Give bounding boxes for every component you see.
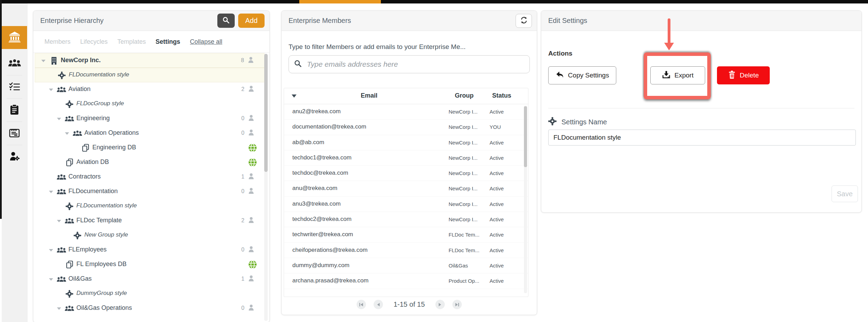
tree-item[interactable]: New Group style xyxy=(35,228,265,243)
settings-header: Edit Settings xyxy=(541,11,861,31)
column-header-group[interactable]: Group xyxy=(449,92,480,99)
first-page-button[interactable] xyxy=(357,300,366,309)
tab-settings[interactable]: Settings xyxy=(156,38,180,46)
table-row[interactable]: cheifoperations@trekea.comFLDoc Tem...Ac… xyxy=(284,243,528,258)
members-scrollbar-thumb[interactable] xyxy=(524,106,527,167)
sidebar-item-lifecycles[interactable] xyxy=(2,77,27,97)
caret-down-icon[interactable] xyxy=(41,60,45,62)
table-row[interactable]: techwriter@trekea.comFLDoc Tem...Active xyxy=(284,227,528,242)
hierarchy-scrollbar-thumb[interactable] xyxy=(264,54,268,172)
sidebar-item-enterprise[interactable] xyxy=(2,26,27,49)
member-count: 0 xyxy=(241,305,244,311)
caret-down-icon[interactable] xyxy=(57,118,61,120)
delete-button[interactable]: Delete xyxy=(717,66,770,84)
sidebar-item-members[interactable] xyxy=(2,54,27,73)
search-button[interactable] xyxy=(217,14,235,28)
caret-down-icon[interactable] xyxy=(49,191,53,193)
caret-down-icon[interactable] xyxy=(49,249,53,251)
table-row[interactable]: techdoc2@trekea.comNewCorp I...Active xyxy=(284,212,528,227)
settings-name-input[interactable] xyxy=(548,130,856,146)
member-status: Active xyxy=(490,263,504,269)
tree-item[interactable]: DummyGroup style xyxy=(35,287,265,301)
tree-item[interactable]: Aviation DB xyxy=(35,155,265,170)
person-icon xyxy=(248,57,254,65)
column-header-email[interactable]: Email xyxy=(336,92,402,99)
table-row[interactable]: anu2@trekea.comNewCorp I...Active xyxy=(284,104,528,119)
refresh-button[interactable] xyxy=(516,14,532,28)
table-row[interactable]: documentation@trekea.comNewCorp I...YOU xyxy=(284,119,528,135)
tree-item[interactable]: FL Employees DB xyxy=(35,257,265,272)
tree-item-label: FLEmployees xyxy=(68,246,107,253)
users-icon xyxy=(57,275,66,284)
member-count: 1 xyxy=(241,276,244,282)
tree-item[interactable]: - xyxy=(35,316,265,322)
tree-item[interactable]: Oil&Gas Operations0 xyxy=(35,301,265,316)
last-page-button[interactable] xyxy=(452,300,462,309)
caret-down-icon[interactable] xyxy=(57,307,61,310)
tree-item[interactable]: FLDocGroup style xyxy=(35,97,265,112)
hierarchy-header: Enterprise Hierarchy Add xyxy=(33,11,269,31)
caret-down-icon[interactable] xyxy=(49,278,53,281)
checklist-icon xyxy=(9,82,20,92)
copy-settings-label: Copy Settings xyxy=(568,72,609,79)
tree-item[interactable]: Aviation2 xyxy=(35,82,265,97)
caret-down-icon[interactable] xyxy=(65,132,69,135)
hierarchy-scrollbar[interactable] xyxy=(264,54,268,321)
member-group: FLDoc Tem... xyxy=(449,232,479,238)
prev-page-button[interactable] xyxy=(374,300,383,309)
tree-item[interactable]: FLDocumentation style xyxy=(35,68,265,82)
tree-item[interactable]: NewCorp Inc.8 xyxy=(35,53,265,68)
tree-item[interactable]: FLDocumentation0 xyxy=(35,184,265,199)
caret-down-icon[interactable] xyxy=(49,89,53,91)
users-icon xyxy=(57,173,66,182)
email-filter-field[interactable] xyxy=(289,55,530,73)
tree-item[interactable]: Engineering0 xyxy=(35,112,265,126)
table-row[interactable]: techdoc1@trekea.comNewCorp I...Active xyxy=(284,150,528,166)
table-row[interactable]: dummy@dummy.comOil&GasActive xyxy=(284,258,528,273)
sidebar-item-templates[interactable] xyxy=(2,100,27,120)
member-email: cheifoperations@trekea.com xyxy=(292,247,368,254)
gear-icon xyxy=(66,290,73,298)
save-button[interactable]: Save xyxy=(832,185,858,202)
tree-item[interactable]: FLEmployees0 xyxy=(35,243,265,257)
collapse-all-link[interactable]: Collapse all xyxy=(190,38,222,46)
person-icon xyxy=(248,304,254,311)
tree-item-label: NewCorp Inc. xyxy=(61,57,101,64)
table-row[interactable]: ab@ab.comNewCorp I...Active xyxy=(284,135,528,150)
tree-item[interactable]: FLDoc Template2 xyxy=(35,214,265,228)
member-group: Oil&Gas xyxy=(449,263,468,269)
users-icon xyxy=(57,86,66,93)
next-page-button[interactable] xyxy=(435,300,445,309)
table-row[interactable]: archana.prasad@trekea.comProduct Op...Ac… xyxy=(284,273,528,289)
column-header-status[interactable]: Status xyxy=(490,92,514,99)
sidebar-item-admin[interactable] xyxy=(2,147,27,166)
tab-lifecycles[interactable]: Lifecycles xyxy=(80,38,108,46)
gear-icon xyxy=(73,231,82,240)
tree-item[interactable]: Aviation Operations0 xyxy=(35,126,265,141)
caret-down-icon[interactable] xyxy=(57,220,61,222)
tree-item[interactable]: Oil&Gas1 xyxy=(35,272,265,287)
sidebar-separator xyxy=(7,75,22,75)
table-row[interactable]: anu@trekea.comNewCorp I...Active xyxy=(284,181,528,196)
globe-icon xyxy=(248,158,257,167)
sidebar-item-forms[interactable] xyxy=(2,124,27,143)
table-row[interactable]: anu3@trekea.comNewCorp I...Active xyxy=(284,197,528,212)
tree-item[interactable]: FLDocumentation style xyxy=(35,199,265,214)
table-row[interactable]: techdoc@trekea.comNewCorp I...Active xyxy=(284,166,528,181)
members-scrollbar[interactable] xyxy=(524,106,527,293)
export-button[interactable]: Export xyxy=(650,66,705,84)
email-filter-input[interactable] xyxy=(306,60,525,69)
tab-templates[interactable]: Templates xyxy=(117,38,146,46)
person-icon xyxy=(248,188,254,196)
tree-item[interactable]: Contractors1 xyxy=(35,170,265,184)
sidebar-separator xyxy=(7,145,22,145)
pagination: 1-15 of 15 xyxy=(282,300,537,309)
add-button[interactable]: Add xyxy=(238,14,265,28)
tree-item[interactable]: Engineering DB xyxy=(35,141,265,155)
member-group: Product Op... xyxy=(449,278,479,284)
gear-icon xyxy=(58,72,66,79)
sort-caret-icon[interactable] xyxy=(292,94,297,98)
tab-members[interactable]: Members xyxy=(44,38,70,46)
copy-settings-button[interactable]: Copy Settings xyxy=(548,66,616,84)
users-icon xyxy=(65,304,74,313)
